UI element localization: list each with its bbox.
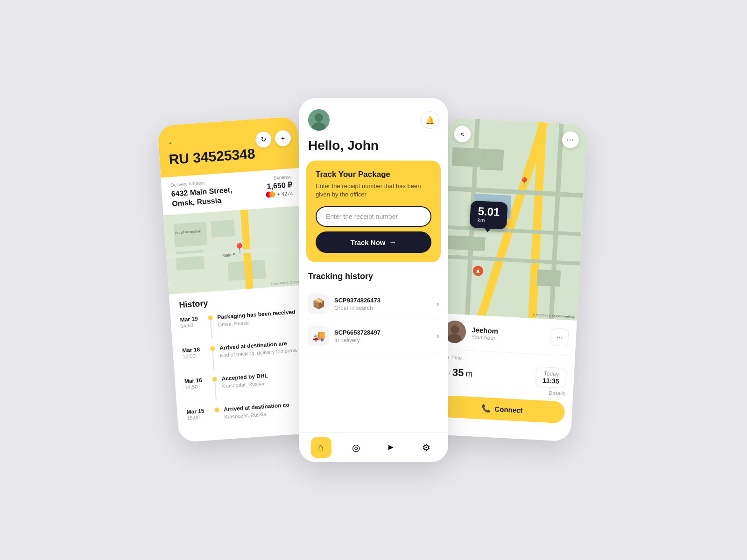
package-icon: 📦 [308,294,329,314]
history-time: 15:00 [187,413,211,420]
user-avatar [308,109,330,131]
timeline-dot [208,315,213,320]
nav-settings[interactable]: ⚙ [416,437,437,458]
receipt-placeholder: Enter the receipt number [326,213,398,220]
map-block [452,147,481,167]
tracking-id: SCP9374826473 [334,297,431,304]
timeline-line [210,320,212,338]
eta-time-number: 35 [452,366,464,379]
tracking-history-section: Tracking history 📦 SCP9374826473 Order i… [299,262,448,356]
map-pin-icon: 📍 [233,242,246,255]
add-button[interactable]: + [275,130,291,147]
tracking-number: RU 34525348 [169,143,291,168]
tracking-item-info: SCP9374826473 Order in search [334,297,431,311]
back-button[interactable]: < [453,125,471,143]
connect-button[interactable]: 📞 Connect [439,395,565,424]
eta-time-unit: m [465,369,473,379]
svg-point-1 [315,113,323,122]
rider-info: Jeehom Your rider [471,325,545,343]
left-phone-header: ← RU 34525348 ↻ + [157,116,301,178]
track-package-card: Track Your Package Enter the receipt num… [306,161,441,262]
distance-number: 5.01 [478,205,500,217]
track-now-button[interactable]: Track Now → [316,231,431,253]
history-time: 14:50 [180,322,204,329]
map-block [536,269,561,287]
history-item: Mar 15 15:00 Arrived at destination co K… [186,400,308,422]
expense-box: Expense 1,650 ₽ + 4274 [265,174,293,198]
svg-marker-3 [476,269,480,273]
track-card-title: Track Your Package [316,170,431,179]
map-block [447,235,485,251]
card-info: + 4274 [266,190,293,198]
tracking-id: SCP6653728497 [334,329,431,336]
menu-dots-button[interactable]: ··· [562,131,579,149]
distance-badge: 5.01 km [470,201,508,230]
delivery-address: 6432 Main Street, Omsk, Russia [171,185,233,209]
tracking-item-2[interactable]: 🚚 SCP6653728497 In delivery › [308,320,439,352]
message-button[interactable]: ··· [550,328,569,347]
delivery-truck-icon: 🚚 [308,326,329,346]
history-time: 14:50 [184,383,208,390]
eta-date-time: 11:35 [543,377,560,385]
track-btn-label: Track Now [350,238,385,246]
timeline-dot [210,346,215,351]
greeting-text: Hello, John [299,136,448,161]
timeline-dot [212,377,217,382]
header-actions: ↻ + [255,130,291,148]
receipt-number-input[interactable]: Enter the receipt number [316,206,431,227]
tracking-status: Order in search [334,305,431,311]
history-section: History Mar 19 14:50 Packaging has been … [169,285,319,436]
nav-explore[interactable]: ◎ [346,437,366,458]
chevron-right-icon: › [437,300,439,308]
history-title: History [179,292,301,310]
destination-pin-icon: 📍 [518,176,530,188]
history-item: Mar 16 14:50 Accepted by DHL Krasnodar, … [184,370,307,402]
timeline-line [214,381,217,400]
expense-amount: 1,650 ₽ [265,180,293,191]
nav-home[interactable]: ⌂ [311,437,331,458]
tracking-status: In delivery [334,337,431,343]
history-item: Mar 19 14:50 Packaging has been received… [180,308,303,341]
left-phone: ← RU 34525348 ↻ + Delivery Address 6432 … [157,116,319,442]
tracking-item-info: SCP6653728497 In delivery [334,329,431,343]
nav-send[interactable]: ► [381,437,402,458]
timeline-line [212,350,214,369]
badge-tail [484,227,492,232]
eta-date-box: Today 11:35 [535,366,567,388]
chevron-right-icon: › [437,332,439,340]
timeline-dot [214,407,219,413]
tracking-history-title: Tracking history [308,272,439,281]
right-phone: 5.01 km 📍 © MapBox © OpenStreetMap < ··· [430,118,587,442]
bottom-navigation: ⌂ ◎ ► ⚙ [299,432,448,462]
map-block [211,220,235,238]
history-item: Mar 18 12:00 Arrived at destination are … [182,339,305,371]
refresh-button[interactable]: ↻ [255,131,272,148]
track-btn-arrow-icon: → [389,238,397,246]
map-block [479,148,504,171]
top-bar: 🔔 [299,98,448,136]
middle-phone: 🔔 Hello, John Track Your Package Enter t… [299,98,448,462]
notifications-button[interactable]: 🔔 [421,111,439,129]
connect-btn-label: Connect [494,405,523,414]
track-card-subtitle: Enter the receipt number that has been g… [316,182,431,199]
mastercard-icon [266,191,275,198]
history-list: Mar 19 14:50 Packaging has been received… [180,308,309,429]
phone-icon: 📞 [481,404,491,413]
tracking-item-1[interactable]: 📦 SCP9374826473 Order in search › [308,288,439,320]
history-time: 12:00 [183,352,206,359]
map-area: Art of Animation Main St 📍 © Mapbox © Op… [163,205,309,294]
